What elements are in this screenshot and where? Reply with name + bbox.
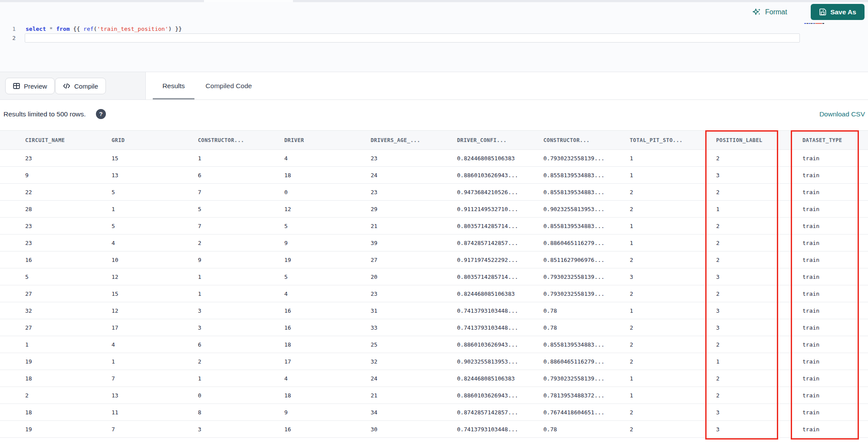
table-cell: 5 bbox=[173, 206, 259, 212]
table-cell: 1 bbox=[605, 240, 691, 246]
table-cell: 4 bbox=[86, 240, 173, 246]
table-cell: 6 bbox=[173, 341, 259, 348]
table-cell: train bbox=[777, 223, 864, 229]
code-line-1[interactable]: select * from {{ ref('train_test_positio… bbox=[26, 24, 182, 33]
table-cell: 2 bbox=[605, 341, 691, 348]
table-cell: 2 bbox=[605, 358, 691, 365]
table-cell: 2 bbox=[173, 358, 259, 365]
table-cell: 0.8511627906976... bbox=[518, 257, 605, 263]
table-cell: 18 bbox=[0, 409, 86, 416]
table-cell: train bbox=[777, 307, 864, 314]
table-cell: 1 bbox=[605, 307, 691, 314]
format-button[interactable]: Format bbox=[753, 8, 787, 17]
table-cell: 33 bbox=[345, 324, 432, 331]
table-cell: 9 bbox=[0, 172, 86, 179]
save-as-button[interactable]: Save As bbox=[811, 4, 865, 20]
table-cell: 0.8558139534883... bbox=[518, 172, 605, 179]
table-cell: 18 bbox=[259, 392, 345, 399]
table-cell: train bbox=[777, 257, 864, 263]
table-row: 913618240.8860103626943...0.855813953488… bbox=[0, 167, 868, 184]
table-cell: 27 bbox=[0, 291, 86, 297]
table-cell: 2 bbox=[605, 291, 691, 297]
table-cell: 0.9023255813953... bbox=[432, 358, 518, 365]
table-cell: 3 bbox=[691, 324, 777, 331]
table-cell: 29 bbox=[345, 206, 432, 212]
table-cell: 0.7813953488372... bbox=[518, 392, 605, 399]
table-cell: train bbox=[777, 392, 864, 399]
table-cell: 3 bbox=[173, 324, 259, 331]
code-token: 'train_test_position' bbox=[97, 26, 168, 32]
table-header-row: CIRCUIT_NAMEGRIDCONSTRUCTOR...DRIVERDRIV… bbox=[0, 130, 868, 150]
table-cell: 24 bbox=[345, 375, 432, 382]
table-cell: 0 bbox=[259, 189, 345, 195]
table-body: 231514230.8244680851063830.7930232558139… bbox=[0, 150, 868, 438]
tab-compiled-code[interactable]: Compiled Code bbox=[201, 72, 257, 100]
table-cell: 0.8860103626943... bbox=[432, 172, 518, 179]
table-cell: train bbox=[777, 155, 864, 162]
table-cell: 23 bbox=[345, 155, 432, 162]
table-cell: 3 bbox=[173, 307, 259, 314]
table-cell: 0.7930232558139... bbox=[518, 375, 605, 382]
table-cell: 1 bbox=[86, 206, 173, 212]
line-number: 1 bbox=[7, 24, 16, 33]
table-cell: 15 bbox=[86, 291, 173, 297]
results-table: CIRCUIT_NAMEGRIDCONSTRUCTOR...DRIVERDRIV… bbox=[0, 130, 868, 438]
table-cell: 0.824468085106383 bbox=[432, 375, 518, 382]
table-cell: 12 bbox=[86, 274, 173, 280]
table-cell: 2 bbox=[691, 291, 777, 297]
table-cell: 1 bbox=[605, 155, 691, 162]
table-row: 23429390.8742857142857...0.8860465116279… bbox=[0, 235, 868, 251]
table-cell: 25 bbox=[345, 341, 432, 348]
table-cell: train bbox=[777, 206, 864, 212]
table-cell: 34 bbox=[345, 409, 432, 416]
editor-minimap[interactable] bbox=[804, 22, 830, 25]
table-cell: 4 bbox=[259, 375, 345, 382]
table-cell: 0.78 bbox=[518, 307, 605, 314]
table-cell: 24 bbox=[345, 172, 432, 179]
table-cell: 18 bbox=[259, 172, 345, 179]
table-cell: 8 bbox=[173, 409, 259, 416]
table-cell: 0.8742857142857... bbox=[432, 409, 518, 416]
table-row: 271514230.8244680851063830.7930232558139… bbox=[0, 285, 868, 302]
table-cell: 18 bbox=[0, 375, 86, 382]
table-cell: 1 bbox=[0, 341, 86, 348]
table-cell: train bbox=[777, 240, 864, 246]
column-header: CONSTRUCTOR... bbox=[173, 137, 259, 143]
compile-button[interactable]: Compile bbox=[55, 78, 106, 94]
table-cell: train bbox=[777, 291, 864, 297]
table-row: 22570230.9473684210526...0.8558139534883… bbox=[0, 184, 868, 201]
table-cell: 1 bbox=[605, 223, 691, 229]
table-cell: 2 bbox=[0, 392, 86, 399]
table-cell: 3 bbox=[691, 274, 777, 280]
download-csv-link[interactable]: Download CSV bbox=[819, 110, 865, 118]
active-tab-underline bbox=[153, 98, 194, 99]
table-cell: 21 bbox=[345, 223, 432, 229]
table-cell: 1 bbox=[173, 274, 259, 280]
table-cell: train bbox=[777, 324, 864, 331]
tab-results[interactable]: Results bbox=[153, 72, 194, 100]
table-cell: 17 bbox=[259, 358, 345, 365]
results-toolbar: Preview Compile Results Compiled Code bbox=[0, 72, 868, 100]
help-icon[interactable] bbox=[96, 109, 106, 119]
table-cell: 0.7930232558139... bbox=[518, 291, 605, 297]
table-cell: 13 bbox=[86, 172, 173, 179]
preview-button[interactable]: Preview bbox=[5, 78, 55, 94]
table-cell: 0.7413793103448... bbox=[432, 307, 518, 314]
column-header: TOTAL_PIT_STO... bbox=[605, 137, 691, 143]
table-cell: 17 bbox=[86, 324, 173, 331]
table-cell: 22 bbox=[0, 189, 86, 195]
format-button-label: Format bbox=[765, 8, 787, 16]
table-cell: 2 bbox=[691, 240, 777, 246]
table-cell: 19 bbox=[259, 257, 345, 263]
table-cell: 0.7413793103448... bbox=[432, 426, 518, 433]
table-cell: 7 bbox=[173, 223, 259, 229]
table-cell: 4 bbox=[259, 291, 345, 297]
table-cell: 23 bbox=[345, 291, 432, 297]
table-cell: 1 bbox=[605, 172, 691, 179]
sql-editor[interactable]: 1 2 select * from {{ ref('train_test_pos… bbox=[0, 2, 868, 72]
code-token: {{ bbox=[73, 26, 80, 32]
code-token: }} bbox=[175, 26, 182, 32]
table-cell: 12 bbox=[86, 307, 173, 314]
table-cell: 1 bbox=[605, 375, 691, 382]
table-cell: 4 bbox=[86, 341, 173, 348]
